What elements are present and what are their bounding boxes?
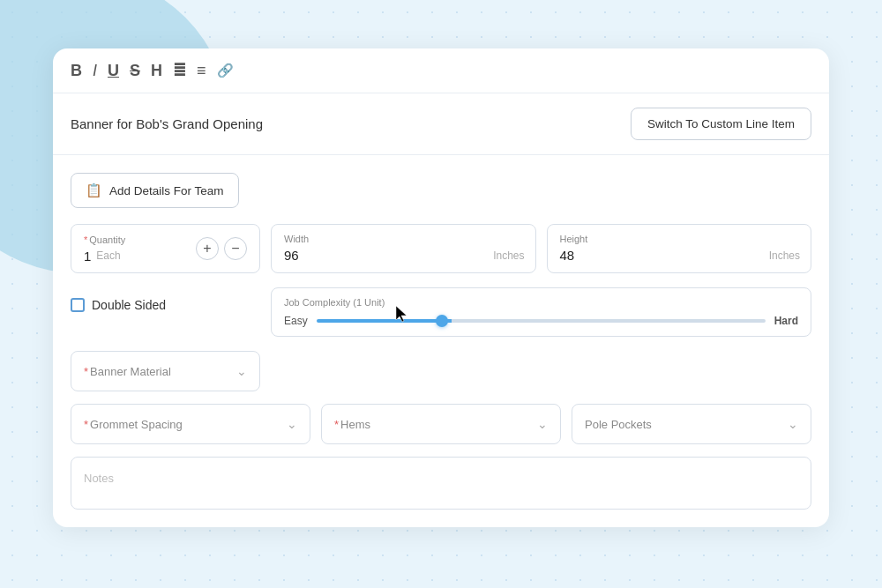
heading-icon[interactable]: H bbox=[151, 62, 162, 80]
complexity-field: Job Complexity (1 Unit) Easy Hard bbox=[271, 287, 811, 337]
pole-pockets-label: Pole Pockets bbox=[585, 418, 652, 431]
double-sided-checkbox[interactable] bbox=[71, 298, 85, 312]
hard-label: Hard bbox=[774, 315, 798, 327]
add-details-label: Add Details For Team bbox=[109, 184, 224, 197]
width-unit: Inches bbox=[493, 249, 524, 262]
slider-row: Easy Hard bbox=[284, 315, 798, 327]
quantity-controls: + − bbox=[196, 237, 247, 260]
banner-text: Banner for Bob's Grand Opening bbox=[71, 116, 263, 131]
quantity-decrement-button[interactable]: − bbox=[224, 237, 247, 260]
hems-label: *Hems bbox=[334, 418, 370, 431]
complexity-row: Double Sided Job Complexity (1 Unit) Eas… bbox=[71, 287, 811, 337]
bold-icon[interactable]: B bbox=[71, 62, 82, 80]
width-value: 96 bbox=[284, 248, 299, 263]
banner-text-row: Banner for Bob's Grand Opening Switch To… bbox=[53, 93, 829, 155]
quantity-inner: *Quantity 1 Each bbox=[84, 234, 189, 264]
quantity-unit: Each bbox=[96, 249, 120, 262]
banner-material-dropdown[interactable]: *Banner Material ⌄ bbox=[71, 351, 260, 391]
pole-pockets-chevron-icon: ⌄ bbox=[788, 417, 798, 431]
height-field: Height 48 Inches bbox=[547, 224, 812, 273]
slider-thumb bbox=[436, 315, 448, 327]
quantity-label: *Quantity bbox=[84, 234, 189, 245]
switch-to-custom-button[interactable]: Switch To Custom Line Item bbox=[631, 108, 811, 140]
double-sided-label: Double Sided bbox=[92, 298, 166, 312]
add-details-button[interactable]: 📋 Add Details For Team bbox=[71, 173, 239, 208]
underline-icon[interactable]: U bbox=[108, 62, 119, 80]
double-sided-container: Double Sided bbox=[71, 298, 260, 326]
link-icon[interactable]: 🔗 bbox=[217, 63, 234, 78]
height-label: Height bbox=[560, 234, 799, 244]
hems-dropdown[interactable]: *Hems ⌄ bbox=[321, 404, 561, 444]
easy-label: Easy bbox=[284, 315, 308, 327]
double-sided-row: Double Sided bbox=[71, 298, 260, 312]
italic-icon[interactable]: I bbox=[93, 62, 97, 80]
quantity-value: 1 bbox=[84, 249, 91, 264]
complexity-label: Job Complexity (1 Unit) bbox=[284, 297, 798, 308]
quantity-increment-button[interactable]: + bbox=[196, 237, 219, 260]
banner-material-label: *Banner Material bbox=[84, 365, 171, 378]
bullet-list-icon[interactable]: ≣ bbox=[173, 61, 186, 80]
ordered-list-icon[interactable]: ≡ bbox=[197, 62, 206, 80]
notes-placeholder: Notes bbox=[84, 472, 114, 485]
complexity-slider[interactable] bbox=[317, 319, 766, 323]
quantity-field: *Quantity 1 Each + − bbox=[71, 224, 260, 273]
width-label: Width bbox=[284, 234, 523, 244]
text-toolbar: B I U S H ≣ ≡ 🔗 bbox=[53, 48, 829, 93]
height-unit: Inches bbox=[769, 249, 800, 262]
grommet-chevron-icon: ⌄ bbox=[287, 417, 297, 431]
clipboard-icon: 📋 bbox=[86, 182, 102, 198]
dimensions-row: *Quantity 1 Each + − Width 96 bbox=[71, 224, 811, 273]
pole-pockets-dropdown[interactable]: Pole Pockets ⌄ bbox=[572, 404, 811, 444]
form-section: 📋 Add Details For Team *Quantity 1 Each … bbox=[53, 155, 829, 510]
notes-field[interactable]: Notes bbox=[71, 457, 811, 510]
accessories-row: *Grommet Spacing ⌄ *Hems ⌄ Pole Pockets … bbox=[71, 404, 811, 444]
hems-chevron-icon: ⌄ bbox=[537, 417, 548, 431]
banner-material-chevron-icon: ⌄ bbox=[236, 364, 247, 378]
strikethrough-icon[interactable]: S bbox=[130, 62, 140, 80]
height-value: 48 bbox=[560, 248, 575, 263]
width-field: Width 96 Inches bbox=[271, 224, 536, 273]
grommet-spacing-label: *Grommet Spacing bbox=[84, 418, 183, 431]
material-row: *Banner Material ⌄ bbox=[71, 351, 811, 391]
grommet-spacing-dropdown[interactable]: *Grommet Spacing ⌄ bbox=[71, 404, 310, 444]
main-card: B I U S H ≣ ≡ 🔗 Banner for Bob's Grand O… bbox=[53, 48, 829, 527]
